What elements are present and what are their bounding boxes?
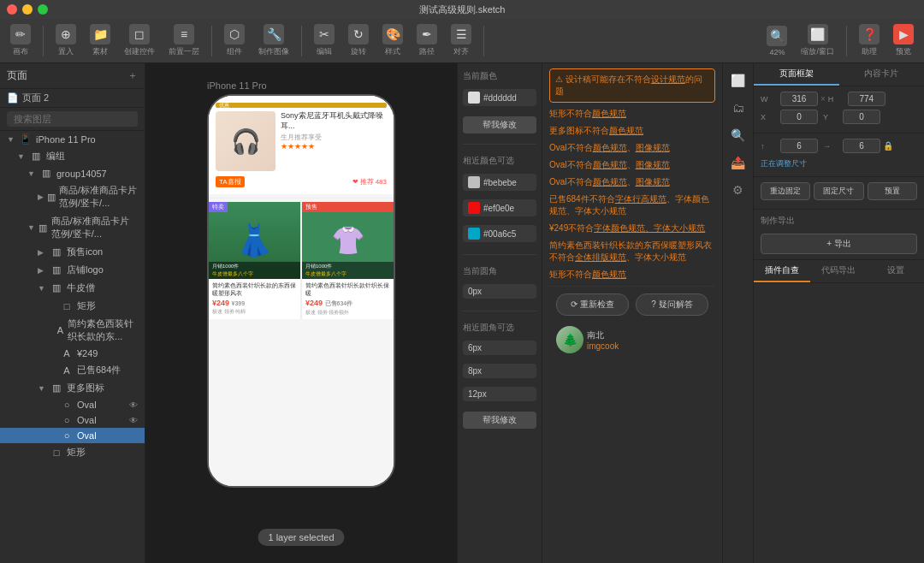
tab-content-card[interactable]: 内容卡片 [839, 63, 925, 86]
violation-6: ¥249不符合字体颜色规范、字体大小规范 [549, 222, 715, 234]
violation-link-0[interactable]: 颜色规范 [592, 109, 626, 118]
layer-product1[interactable]: ▶ ▥ 商品/标准商品卡片范例/竖卡/... [0, 181, 145, 212]
question-button[interactable]: ? 疑问解答 [636, 293, 708, 316]
violation-link-8[interactable]: 颜色规范 [592, 270, 626, 279]
violation-link-2b[interactable]: 图像规范 [636, 143, 670, 152]
close-button[interactable] [7, 4, 17, 15]
violation-2: Oval不符合颜色规范、图像规范 [549, 142, 715, 154]
product-card-2[interactable]: ZARA 预售 👚 月销1000件 牛皮僧最多八个字 简约素色西装针织长款针织长… [302, 202, 394, 319]
layer-niupi[interactable]: ▼ ▥ 牛皮僧 [0, 279, 145, 297]
toolbar-preview[interactable]: ▶ 预览 [888, 24, 919, 57]
current-radius-chip[interactable]: 0px [463, 284, 536, 299]
toolbar-material[interactable]: 📁 素材 [85, 24, 116, 57]
like-button[interactable]: ❤ 推荐 483 [352, 177, 387, 187]
toolbar-insert[interactable]: ⊕ 置入 [50, 24, 81, 57]
fixed-size-btn[interactable]: 固定尺寸 [814, 182, 863, 200]
toolbar-prev[interactable]: ≡ 前置一层 [163, 24, 204, 57]
style-icon: 🎨 [382, 24, 403, 44]
layer-yushou[interactable]: ▶ ▥ 预售icon [0, 243, 145, 261]
plugin-tab-code[interactable]: 代码导出 [810, 260, 867, 282]
violation-link-7[interactable]: 全体排版规范 [575, 252, 626, 262]
layer-sales[interactable]: A 已售684件 [0, 361, 145, 379]
window-icon: ⬜ [808, 24, 828, 44]
layer-more-icons[interactable]: ▼ ▥ 更多图标 [0, 379, 145, 397]
padding-right-input[interactable] [843, 139, 880, 153]
plugin-selfcheck-icon[interactable]: 🔍 [726, 123, 750, 147]
canvas-area[interactable]: iPhone 11 Pro 优惠 🎧 [145, 63, 457, 563]
visibility-icon[interactable]: 👁 [129, 400, 138, 410]
layer-oval1[interactable]: ○ Oval 👁 [0, 397, 145, 412]
toolbar-component[interactable]: ⬡ 组件 [219, 24, 250, 57]
layer-group14057[interactable]: ▼ ▥ group14057 [0, 165, 145, 181]
content-card-icon[interactable]: 🗂 [726, 96, 750, 120]
violation-link-3b[interactable]: 图像规范 [636, 160, 670, 169]
similar-color-3[interactable]: #00a6c5 [463, 225, 536, 242]
toolbar-path[interactable]: ✒ 路径 [412, 24, 442, 57]
height-input[interactable] [848, 92, 886, 106]
width-input[interactable] [780, 92, 818, 106]
layer-rect2[interactable]: □ 矩形 [0, 443, 145, 461]
group-icon: ▥ [50, 264, 63, 276]
help-modify-btn-2[interactable]: 帮我修改 [463, 412, 536, 429]
layer-oval3[interactable]: ○ Oval [0, 428, 145, 443]
toolbar-window[interactable]: ⬜ 缩放/窗口 [796, 24, 839, 57]
toolbar-style[interactable]: 🎨 样式 [377, 24, 408, 57]
preset-btn[interactable]: 预置 [868, 182, 917, 200]
similar-color-1[interactable]: #bebebe [463, 174, 536, 191]
plugin-tab-selfcheck[interactable]: 插件自查 [754, 260, 810, 282]
radius-6px[interactable]: 6px [463, 341, 536, 355]
violation-link-3a[interactable]: 颜色规范 [593, 160, 627, 169]
radius-12px[interactable]: 12px [463, 387, 536, 401]
radius-8px[interactable]: 8px [463, 364, 536, 378]
violation-link-2a[interactable]: 颜色规范 [593, 143, 627, 152]
plugin-tab-settings[interactable]: 设置 [868, 260, 924, 282]
toolbar-make[interactable]: 🔧 制作图像 [253, 24, 294, 57]
toolbar-edit[interactable]: ✂ 编辑 [309, 24, 340, 57]
layer-iphone[interactable]: ▼ 📱 iPhone 11 Pro [0, 131, 145, 147]
help-modify-btn-1[interactable]: 帮我修改 [463, 116, 536, 133]
current-color-chip[interactable]: #dddddd [463, 89, 536, 106]
product-card-1[interactable]: 👗 特卖 月销1000件 牛皮僧最多八个字 简约素色西装针织长款的东西保暖塑形风… [209, 202, 300, 319]
toolbar-help[interactable]: ❓ 助理 [854, 24, 885, 57]
export-button[interactable]: + 导出 [761, 234, 917, 254]
padding-top-input[interactable] [780, 139, 818, 153]
toolbar-rotate[interactable]: ↻ 旋转 [343, 24, 374, 57]
violation-link-5[interactable]: 字体行高规范 [615, 194, 666, 204]
layer-group-bianji[interactable]: ▼ ▥ 编组 [0, 147, 145, 165]
layer-shoplogo[interactable]: ▶ ▥ 店铺logo [0, 261, 145, 279]
lock-icon[interactable]: 🔒 [883, 141, 893, 151]
fullscreen-button[interactable] [38, 4, 48, 15]
layer-oval2[interactable]: ○ Oval 👁 [0, 412, 145, 428]
toolbar-create[interactable]: ◻ 创建控件 [119, 24, 160, 57]
violation-link-6[interactable]: 字体颜色规范、字体大小规范 [594, 223, 705, 233]
similar-color-2[interactable]: #ef0e0e [463, 199, 536, 216]
search-input[interactable] [7, 111, 138, 127]
width-height-row: W × H [761, 92, 917, 106]
readjust-btn[interactable]: 重边固定 [761, 182, 810, 200]
violation-link-1[interactable]: 颜色规范 [609, 126, 643, 135]
toolbar-zoom[interactable]: 🔍 42% [761, 26, 792, 56]
toolbar-align[interactable]: ☰ 对齐 [446, 24, 477, 57]
tab-page-frame[interactable]: 页面框架 [754, 63, 839, 86]
page-item[interactable]: 📄 页面 2 [0, 89, 145, 108]
minimize-button[interactable] [22, 4, 33, 15]
pages-add-icon[interactable]: ＋ [127, 68, 138, 83]
violation-link-4a[interactable]: 颜色规范 [593, 177, 627, 187]
layer-price[interactable]: A ¥249 [0, 346, 145, 361]
design-spec-link[interactable]: 设计规范 [651, 74, 685, 84]
visibility-icon[interactable]: 👁 [129, 416, 138, 425]
layer-rect1[interactable]: □ 矩形 [0, 297, 145, 315]
settings-icon[interactable]: ⚙ [726, 178, 750, 202]
ta-badge: TA喜报 [216, 176, 245, 187]
layer-text1[interactable]: A 简约素色西装针织长款的东... [0, 315, 145, 346]
prev-label: 前置一层 [169, 46, 199, 57]
design-warning: ⚠ 设计稿可能存在不符合设计规范的问题 [549, 68, 715, 103]
page-frame-icon[interactable]: ⬜ [726, 68, 750, 92]
recheck-button[interactable]: ⟳ 重新检查 [556, 293, 629, 316]
y-input[interactable] [843, 110, 880, 124]
violation-link-4b[interactable]: 图像规范 [636, 177, 670, 187]
layer-product2[interactable]: ▼ ▥ 商品/标准商品卡片范例/竖卡/... [0, 212, 145, 243]
x-input[interactable] [780, 110, 818, 124]
toolbar-draw[interactable]: ✏ 画布 [5, 24, 36, 57]
code-export-icon[interactable]: 📤 [726, 151, 750, 175]
